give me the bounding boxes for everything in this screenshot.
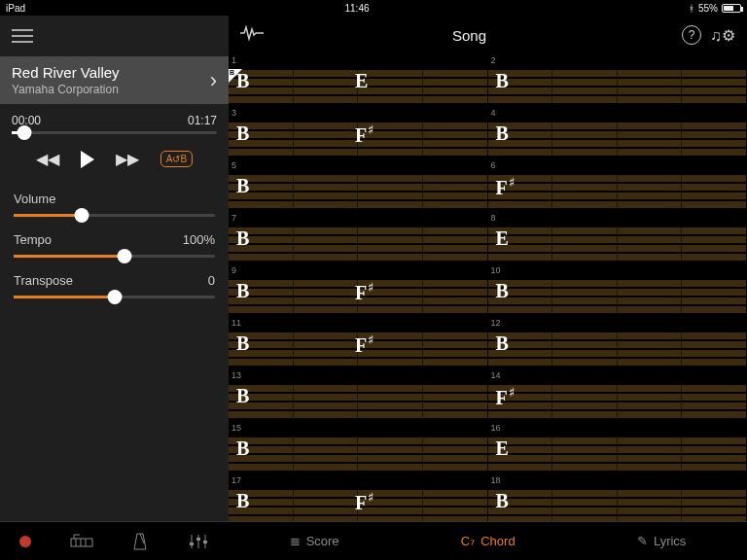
menu-button[interactable] (0, 16, 229, 56)
measure-number: 7 (231, 213, 236, 223)
measure[interactable]: 12B (488, 317, 748, 369)
chord-label: E (495, 438, 508, 460)
transpose-slider[interactable] (14, 296, 215, 298)
svg-rect-8 (190, 542, 194, 545)
chord-label: B (236, 490, 249, 512)
song-artist: Yamaha Corporation (12, 83, 120, 96)
measure-number: 3 (231, 108, 236, 118)
measure[interactable]: 10B (488, 264, 748, 317)
clock: 11:46 (25, 3, 689, 14)
tab-chord[interactable]: C₇Chord (461, 534, 516, 548)
chord-label: F♯ (495, 385, 514, 409)
status-bar: iPad 11:46 ᚼ 55% (0, 0, 747, 16)
bluetooth-icon: ᚼ (689, 3, 694, 14)
chord-label: B (236, 332, 249, 355)
chord-label: F♯ (495, 175, 514, 199)
measure[interactable]: 18B (488, 474, 748, 521)
settings-button[interactable]: ♫⚙ (710, 26, 735, 45)
chord-label: B (495, 490, 508, 512)
chord-label: B (236, 385, 249, 407)
start-flag-icon (229, 69, 242, 83)
measure[interactable]: 1BE (229, 54, 488, 107)
chord-label: F♯ (355, 332, 374, 357)
measure[interactable]: 14F♯ (488, 369, 748, 422)
measure-number: 15 (231, 423, 241, 433)
tempo-value: 100% (183, 232, 215, 247)
measure-number: 5 (231, 160, 236, 170)
waveform-icon[interactable] (240, 25, 266, 45)
measure[interactable]: 5B (229, 159, 488, 212)
measure-number: 1 (231, 55, 236, 65)
chord-label: B (236, 438, 249, 460)
measure[interactable]: 9BF♯ (229, 264, 488, 317)
measure[interactable]: 6F♯ (488, 159, 748, 212)
chord-label: B (495, 280, 508, 302)
chord-label: B (495, 70, 508, 92)
measure-number: 14 (491, 370, 501, 380)
volume-label: Volume (14, 192, 55, 206)
measure[interactable]: 11BF♯ (229, 317, 488, 369)
sidebar: Red River Valley Yamaha Corporation › 00… (0, 16, 229, 521)
measure[interactable]: 17BF♯ (229, 474, 488, 521)
measure[interactable]: 15B (229, 422, 488, 474)
battery-icon (722, 4, 741, 13)
mixer-button[interactable] (188, 533, 209, 550)
measure-number: 17 (231, 475, 241, 485)
measure[interactable]: 2B (488, 54, 748, 107)
measure[interactable]: 7B (229, 212, 488, 264)
measure-number: 12 (491, 318, 501, 328)
svg-rect-9 (196, 538, 200, 541)
chord-label: B (236, 122, 249, 145)
device-label: iPad (6, 3, 25, 14)
song-item[interactable]: Red River Valley Yamaha Corporation › (0, 56, 229, 104)
content-header: Song ? ♫⚙ (229, 16, 747, 54)
battery-pct: 55% (698, 3, 718, 14)
chord-label: B (236, 280, 249, 302)
measure-number: 4 (491, 108, 496, 118)
chord-label: B (236, 228, 249, 250)
help-button[interactable]: ? (679, 25, 704, 45)
chord-label: B (236, 175, 249, 197)
chord-label: E (355, 70, 368, 92)
measure-number: 18 (491, 475, 501, 485)
measure-number: 2 (491, 55, 496, 65)
measure-number: 10 (491, 265, 501, 275)
scrubber[interactable] (0, 131, 229, 134)
chord-label: F♯ (355, 280, 374, 304)
transpose-label: Transpose (14, 273, 73, 288)
tempo-slider[interactable] (14, 255, 215, 258)
measure-number: 16 (491, 423, 501, 433)
forward-button[interactable]: ▶▶ (116, 150, 139, 168)
measure-number: 6 (491, 160, 496, 170)
measure[interactable]: 4B (488, 107, 748, 159)
transpose-value: 0 (208, 273, 215, 288)
loop-button[interactable]: A↺B (160, 151, 193, 167)
chord-label: B (495, 332, 508, 355)
measure[interactable]: 3BF♯ (229, 107, 488, 159)
tab-score[interactable]: ≣Score (290, 534, 339, 548)
chord-label: B (495, 122, 508, 145)
measure-number: 11 (231, 318, 241, 328)
chord-label: E (495, 228, 508, 250)
time-total: 01:17 (188, 114, 217, 127)
measure-number: 13 (231, 370, 241, 380)
volume-slider[interactable] (14, 214, 215, 217)
rewind-button[interactable]: ◀◀ (36, 150, 59, 168)
instrument-button[interactable] (70, 533, 93, 550)
play-button[interactable] (81, 151, 94, 168)
measure[interactable]: 13B (229, 369, 488, 422)
svg-rect-10 (203, 541, 207, 543)
measure[interactable]: 8E (488, 212, 748, 264)
measure-number: 8 (491, 213, 496, 223)
chord-grid[interactable]: 1BE2B3BF♯4B5B6F♯7B8E9BF♯10B11BF♯12B13B14… (229, 54, 747, 521)
chord-label: F♯ (355, 122, 374, 147)
svg-rect-0 (71, 539, 92, 546)
measure[interactable]: 16E (488, 422, 748, 474)
metronome-button[interactable] (131, 532, 149, 551)
tempo-label: Tempo (14, 232, 52, 247)
record-button[interactable] (19, 536, 31, 547)
header-title: Song (266, 27, 673, 44)
tab-lyrics[interactable]: ✎Lyrics (637, 534, 686, 548)
measure-number: 9 (231, 265, 236, 275)
chord-label: F♯ (355, 490, 374, 514)
